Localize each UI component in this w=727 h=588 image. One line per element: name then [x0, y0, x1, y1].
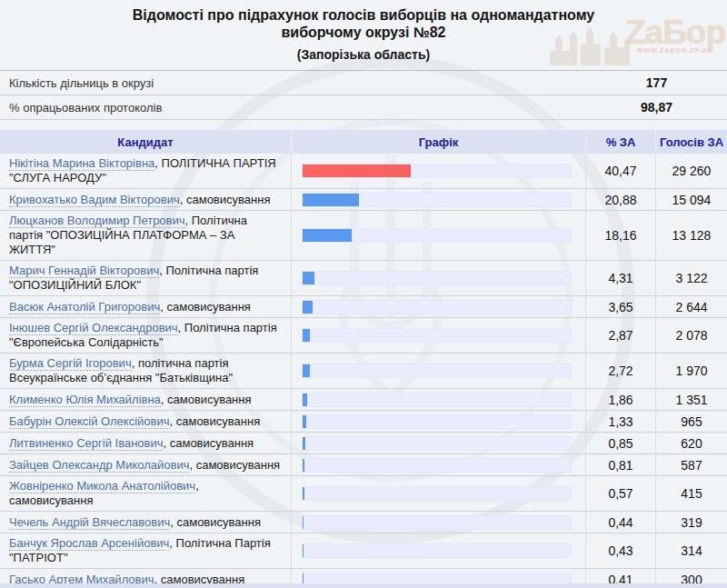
candidate-row: Клименко Юлія Михайлівна, самовисування … — [0, 389, 727, 411]
percent-cell: 4,31 — [586, 261, 656, 295]
votes-cell: 29 260 — [656, 154, 727, 188]
page-title: Відомості про підрахунок голосів виборці… — [0, 6, 727, 41]
bar-fill — [303, 487, 304, 500]
results-table-header: Кандидат Графік % ЗА Голосів ЗА — [0, 129, 727, 154]
candidate-text: Бабурін Олексій Олексійович, самовисуван… — [9, 414, 260, 429]
precincts-value: 177 — [586, 75, 727, 90]
candidate-row: Нікітіна Марина Вікторівна, ПОЛІТИЧНА ПА… — [0, 154, 727, 189]
percent-cell: 2,87 — [586, 318, 656, 353]
candidate-row: Інюшев Сергій Олександрович, Політична п… — [0, 318, 727, 354]
candidate-link[interactable]: Кривохатько Вадим Вікторович — [9, 193, 180, 207]
candidate-row: Люцканов Володимир Петрович, Політична п… — [0, 211, 727, 261]
candidate-text: Васюк Анатолій Григорович, самовисування — [9, 300, 251, 314]
candidate-link[interactable]: Люцканов Володимир Петрович — [9, 214, 185, 228]
candidate-link[interactable]: Банчук Ярослав Арсенійович — [9, 536, 169, 551]
next-section-edge — [0, 583, 727, 588]
candidate-party: , самовисування — [161, 393, 252, 406]
votes-cell: 2 644 — [656, 296, 727, 317]
votes-cell: 15 094 — [656, 189, 727, 210]
votes-cell: 13 128 — [656, 211, 727, 260]
candidate-text: Марич Геннадій Вікторович, Політична пар… — [9, 264, 284, 293]
bar-track — [302, 543, 572, 558]
votes-cell: 587 — [656, 454, 727, 475]
bar-fill — [303, 164, 411, 177]
bar-fill — [303, 364, 310, 377]
bar-track — [302, 228, 572, 243]
candidate-cell: Банчук Ярослав Арсенійович, Політична Па… — [0, 533, 292, 568]
bar-fill — [303, 516, 304, 529]
candidate-link[interactable]: Чечель Андрій Вячеславович — [9, 515, 170, 530]
percent-cell: 40,47 — [586, 154, 656, 188]
candidate-cell: Жовніренко Микола Анатолійович, самовису… — [0, 476, 292, 511]
graph-cell — [292, 189, 586, 210]
bar-track — [302, 458, 572, 473]
bar-track — [302, 515, 572, 530]
candidate-link[interactable]: Нікітіна Марина Вікторівна — [9, 156, 154, 171]
graph-cell — [292, 354, 586, 388]
percent-cell: 1,86 — [586, 389, 656, 410]
candidate-link[interactable]: Жовніренко Микола Анатолійович — [9, 479, 195, 493]
candidate-link[interactable]: Інюшев Сергій Олександрович — [9, 321, 178, 335]
column-header-votes: Голосів ЗА — [656, 130, 727, 154]
candidate-link[interactable]: Бабурін Олексій Олексійович — [9, 414, 170, 429]
candidate-cell: Литвиненко Сергій Іванович, самовисуванн… — [0, 433, 292, 453]
candidate-cell: Нікітіна Марина Вікторівна, ПОЛІТИЧНА ПА… — [0, 154, 292, 188]
candidate-row: Васюк Анатолій Григорович, самовисування… — [0, 296, 727, 318]
candidate-row: Марич Геннадій Вікторович, Політична пар… — [0, 261, 727, 296]
graph-cell — [292, 411, 586, 432]
votes-cell: 415 — [656, 476, 727, 511]
bar-fill — [303, 229, 352, 242]
candidate-text: Люцканов Володимир Петрович, Політична п… — [9, 214, 284, 257]
candidate-link[interactable]: Клименко Юлія Михайлівна — [9, 393, 161, 407]
votes-cell: 1 970 — [656, 354, 727, 388]
candidate-text: Зайцев Олександр Миколайович, самовисува… — [9, 458, 280, 473]
bar-fill — [303, 459, 304, 472]
candidate-row: Бабурін Олексій Олексійович, самовисуван… — [0, 411, 727, 433]
candidate-link[interactable]: Зайцев Олександр Миколайович — [9, 458, 189, 473]
graph-cell — [292, 433, 586, 453]
candidate-link[interactable]: Марич Геннадій Вікторович — [9, 264, 159, 278]
percent-cell: 3,65 — [586, 296, 656, 317]
candidate-text: Нікітіна Марина Вікторівна, ПОЛІТИЧНА ПА… — [9, 156, 284, 185]
votes-cell: 2 078 — [656, 318, 727, 353]
percent-cell: 1,33 — [586, 411, 656, 432]
candidate-row: Жовніренко Микола Анатолійович, самовису… — [0, 476, 727, 512]
candidate-cell: Марич Геннадій Вікторович, Політична пар… — [0, 261, 292, 295]
column-header-percent: % ЗА — [586, 130, 656, 154]
candidate-cell: Бабурін Олексій Олексійович, самовисуван… — [0, 411, 292, 432]
percent-cell: 18,16 — [586, 211, 656, 260]
percent-cell: 0,57 — [586, 476, 656, 511]
precincts-label: Кількість дільниць в окрузі — [0, 76, 586, 90]
percent-cell: 0,44 — [586, 512, 656, 533]
candidate-link[interactable]: Васюк Анатолій Григорович — [9, 300, 160, 314]
summary-row-protocols: % опрацьованих протоколів 98,87 — [0, 95, 727, 120]
bar-fill — [303, 301, 313, 314]
candidate-row: Зайцев Олександр Миколайович, самовисува… — [0, 454, 727, 476]
votes-cell: 620 — [656, 433, 727, 453]
graph-cell — [292, 454, 586, 475]
candidate-row: Бурма Сергій Ігорович, політична партія … — [0, 354, 727, 389]
bar-fill — [303, 272, 314, 284]
candidate-row: Кривохатько Вадим Вікторович, самовисува… — [0, 189, 727, 211]
protocols-label: % опрацьованих протоколів — [0, 101, 586, 115]
votes-cell: 319 — [656, 512, 727, 533]
candidate-link[interactable]: Бурма Сергій Ігорович — [9, 356, 132, 371]
bar-fill — [303, 415, 306, 428]
candidate-cell: Чечель Андрій Вячеславович, самовисуванн… — [0, 512, 292, 533]
bar-fill — [303, 394, 307, 406]
candidate-link[interactable]: Литвиненко Сергій Іванович — [9, 436, 163, 451]
percent-cell: 0,43 — [586, 533, 656, 568]
candidate-text: Клименко Юлія Михайлівна, самовисування — [9, 393, 252, 407]
graph-cell — [292, 533, 586, 568]
bar-fill — [303, 329, 310, 342]
candidate-party: , самовисування — [170, 515, 261, 529]
candidate-text: Інюшев Сергій Олександрович, Політична п… — [9, 321, 284, 350]
graph-cell — [292, 296, 586, 317]
graph-cell — [292, 476, 586, 511]
candidate-text: Чечель Андрій Вячеславович, самовисуванн… — [9, 515, 261, 530]
column-header-candidate: Кандидат — [0, 130, 292, 154]
bar-track — [302, 300, 572, 314]
candidate-cell: Зайцев Олександр Миколайович, самовисува… — [0, 454, 292, 475]
candidate-row: Литвиненко Сергій Іванович, самовисуванн… — [0, 433, 727, 454]
percent-cell: 0,85 — [586, 433, 656, 453]
